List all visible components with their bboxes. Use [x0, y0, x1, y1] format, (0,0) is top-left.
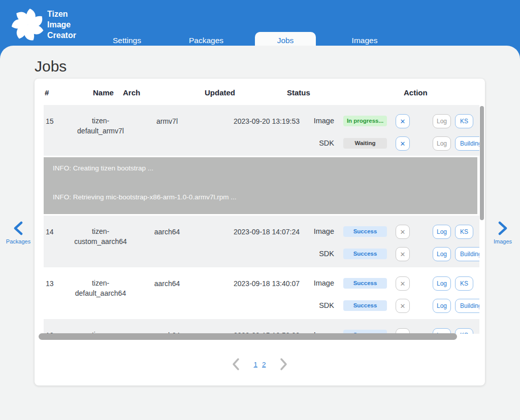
log-button[interactable]: Log	[433, 276, 451, 291]
ks-button[interactable]: KS	[455, 276, 473, 291]
table-header: # Name Arch Updated Status Action	[35, 79, 485, 105]
app-title-line: Creator	[47, 30, 76, 41]
cancel-button: ✕	[396, 225, 410, 239]
log-button: Log	[433, 114, 451, 128]
chevron-left-icon	[13, 221, 24, 235]
status-badge: In progress...	[343, 116, 387, 126]
app-title-line: Image	[47, 19, 76, 30]
building-button[interactable]: Building	[455, 299, 479, 313]
job-subrow: ImageSuccess✕LogKS	[44, 324, 479, 334]
status-badge: Success	[343, 300, 387, 311]
chevron-right-icon	[497, 221, 508, 235]
column-header-name: Name	[93, 88, 114, 97]
ks-button[interactable]: KS	[455, 225, 473, 239]
sidenav-images[interactable]: Images	[486, 221, 519, 244]
job-subrow: SDKSuccess✕LogBuilding	[44, 295, 479, 317]
ks-button[interactable]: KS	[455, 328, 473, 334]
status-badge: Success	[343, 278, 387, 289]
log-button[interactable]: Log	[433, 299, 451, 313]
app-window: Tizen Image Creator SettingsPackagesJobs…	[0, 0, 520, 420]
building-button[interactable]: Building	[455, 136, 479, 151]
sidenav-packages-label: Packages	[2, 238, 35, 244]
column-header-status: Status	[287, 88, 310, 97]
cancel-button[interactable]: ✕	[396, 136, 410, 151]
job-subrow: ImageIn progress...✕LogKS	[44, 110, 479, 132]
job-row: 14tizen-custom_aarch64aarch642023-09-18 …	[44, 216, 479, 267]
job-log-row: INFO: Creating tizen bootstrap ...INFO: …	[44, 156, 479, 216]
job-subrow: SDKSuccess✕LogBuilding	[44, 243, 479, 265]
job-log-box: INFO: Creating tizen bootstrap ...INFO: …	[44, 157, 477, 214]
log-line: INFO: Creating tizen bootstrap ...	[53, 164, 468, 172]
subrow-kind-label: SDK	[304, 250, 334, 258]
horizontal-scrollbar-thumb[interactable]	[39, 333, 457, 340]
subrow-kind-label: Image	[304, 279, 334, 287]
log-line: INFO: Retrieving mic-bootstrap-x86-arm-1…	[53, 193, 468, 201]
jobs-scroll-viewport: 15tizen-default_armv7larmv7l2023-09-20 1…	[44, 105, 479, 334]
app-title-line: Tizen	[47, 9, 76, 19]
job-row: 13tizen-default_aarch64aarch642023-09-18…	[44, 267, 479, 319]
sidenav-images-label: Images	[486, 238, 519, 244]
log-button[interactable]: Log	[433, 225, 451, 239]
page-link-2[interactable]: 2	[262, 361, 266, 368]
subrow-kind-label: Image	[304, 227, 334, 235]
status-badge: Success	[343, 249, 387, 259]
pagination: 1 2	[35, 355, 485, 373]
column-header-arch: Arch	[123, 88, 140, 97]
cancel-button: ✕	[396, 276, 410, 291]
log-button: Log	[433, 136, 451, 151]
subrow-kind-label: Image	[304, 117, 334, 125]
tizen-pinwheel-logo	[10, 7, 46, 43]
pagination-prev-icon[interactable]	[231, 358, 240, 371]
ks-button[interactable]: KS	[455, 114, 473, 128]
column-header-action: Action	[404, 88, 428, 97]
subrow-kind-label: SDK	[304, 301, 334, 309]
vertical-scrollbar-thumb[interactable]	[480, 106, 484, 220]
page-title: Jobs	[35, 58, 67, 75]
cancel-button: ✕	[396, 247, 410, 261]
cancel-button: ✕	[396, 299, 410, 313]
job-subrow: SDKWaiting✕LogBuilding	[44, 132, 479, 155]
app-title: Tizen Image Creator	[47, 9, 76, 41]
building-button[interactable]: Building	[455, 247, 479, 261]
job-subrow: ImageSuccess✕LogKS	[44, 272, 479, 295]
job-row: 12tizen-default_aarch64aarch642023-09-15…	[44, 319, 479, 334]
column-header-updated: Updated	[205, 88, 235, 97]
job-row: 15tizen-default_armv7larmv7l2023-09-20 1…	[44, 105, 479, 156]
cancel-button[interactable]: ✕	[396, 114, 410, 128]
subrow-kind-label: SDK	[304, 139, 334, 147]
status-badge: Success	[343, 226, 387, 237]
app-header: Tizen Image Creator SettingsPackagesJobs…	[0, 0, 520, 49]
page-links: 1 2	[253, 361, 266, 368]
column-header-number: #	[45, 88, 49, 97]
pagination-next-icon[interactable]	[279, 358, 288, 371]
page-link-1[interactable]: 1	[253, 361, 257, 368]
job-subrow: ImageSuccess✕LogKS	[44, 221, 479, 243]
log-button[interactable]: Log	[433, 247, 451, 261]
jobs-card: # Name Arch Updated Status Action 15tize…	[35, 79, 485, 386]
status-badge: Waiting	[343, 138, 387, 149]
sidenav-packages[interactable]: Packages	[2, 221, 35, 244]
